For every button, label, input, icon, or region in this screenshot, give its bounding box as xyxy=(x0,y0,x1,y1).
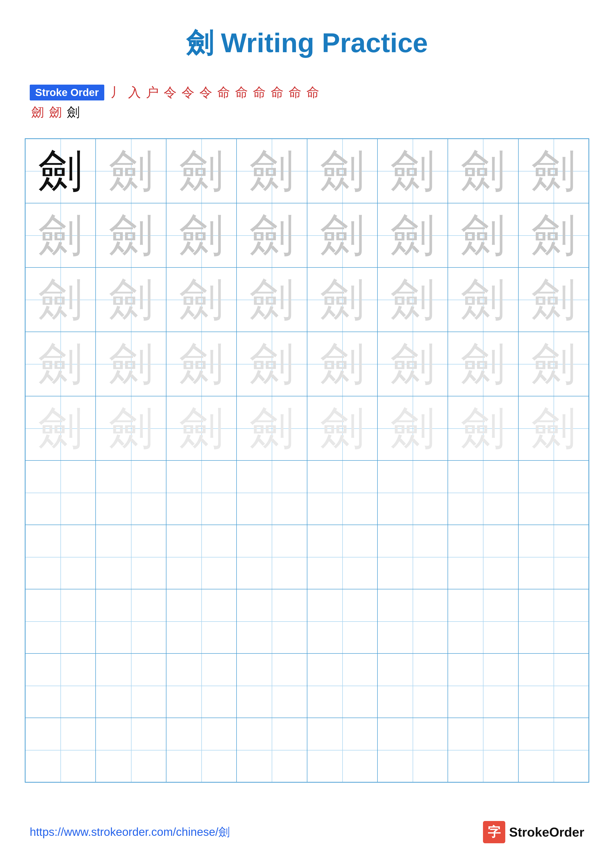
grid-cell-empty[interactable] xyxy=(96,589,166,654)
grid-cell[interactable]: 劍 xyxy=(518,332,589,396)
grid-cell-empty[interactable] xyxy=(378,460,448,525)
grid-cell-empty[interactable] xyxy=(166,460,236,525)
grid-cell[interactable]: 劍 xyxy=(96,268,166,332)
grid-cell[interactable]: 劍 xyxy=(378,332,448,396)
grid-cell-empty[interactable] xyxy=(166,589,236,654)
grid-cell[interactable]: 劍 xyxy=(25,396,96,460)
grid-cell[interactable]: 劍 xyxy=(236,332,307,396)
grid-cell[interactable]: 劍 xyxy=(236,203,307,268)
grid-cell[interactable]: 劍 xyxy=(166,332,236,396)
grid-cell[interactable]: 劍 xyxy=(307,268,378,332)
grid-cell-empty[interactable] xyxy=(448,589,518,654)
grid-cell-empty[interactable] xyxy=(307,460,378,525)
grid-cell-empty[interactable] xyxy=(25,525,96,589)
grid-cell[interactable]: 劍 xyxy=(236,268,307,332)
grid-cell-empty[interactable] xyxy=(96,525,166,589)
grid-cell-empty[interactable] xyxy=(518,460,589,525)
grid-cell[interactable]: 劍 xyxy=(448,268,518,332)
grid-cell[interactable]: 劍 xyxy=(518,396,589,460)
grid-cell[interactable]: 劍 xyxy=(166,203,236,268)
grid-cell-empty[interactable] xyxy=(96,654,166,718)
grid-cell[interactable]: 劍 xyxy=(166,139,236,203)
grid-cell-empty[interactable] xyxy=(25,589,96,654)
grid-cell[interactable]: 劍 xyxy=(307,139,378,203)
grid-cell[interactable]: 劍 xyxy=(25,332,96,396)
stroke-order-badge: Stroke Order xyxy=(30,85,104,101)
grid-cell-empty[interactable] xyxy=(378,654,448,718)
grid-cell[interactable]: 劍 xyxy=(378,396,448,460)
grid-cell[interactable]: 劍 xyxy=(25,139,96,203)
grid-cell-empty[interactable] xyxy=(448,654,518,718)
grid-cell[interactable]: 劍 xyxy=(25,203,96,268)
practice-grid: 劍 劍 劍 劍 劍 劍 劍 劍 劍 劍 劍 劍 劍 劍 劍 劍 劍 劍 劍 劍 … xyxy=(25,138,589,783)
grid-cell[interactable]: 劍 xyxy=(166,268,236,332)
grid-cell-empty[interactable] xyxy=(166,654,236,718)
grid-cell[interactable]: 劍 xyxy=(96,396,166,460)
grid-cell-empty[interactable] xyxy=(166,718,236,782)
grid-cell-empty[interactable] xyxy=(448,718,518,782)
grid-cell-empty[interactable] xyxy=(166,525,236,589)
grid-cell-empty[interactable] xyxy=(378,718,448,782)
grid-cell[interactable]: 劍 xyxy=(448,203,518,268)
grid-cell[interactable]: 劍 xyxy=(236,396,307,460)
grid-cell[interactable]: 劍 xyxy=(378,203,448,268)
grid-cell-empty[interactable] xyxy=(518,589,589,654)
grid-cell-empty[interactable] xyxy=(236,654,307,718)
grid-cell[interactable]: 劍 xyxy=(378,268,448,332)
grid-cell-empty[interactable] xyxy=(25,460,96,525)
grid-cell-empty[interactable] xyxy=(96,460,166,525)
footer-logo-text: StrokeOrder xyxy=(509,825,584,840)
footer-logo: 字 StrokeOrder xyxy=(483,821,584,843)
stroke-order-section: Stroke Order 丿 入 户 令 令 令 命 命 命 命 命 命 劒 劒… xyxy=(0,76,614,131)
grid-cell[interactable]: 劍 xyxy=(448,396,518,460)
grid-cell[interactable]: 劍 xyxy=(96,139,166,203)
grid-cell-empty[interactable] xyxy=(236,525,307,589)
grid-cell[interactable]: 劍 xyxy=(448,332,518,396)
grid-cell[interactable]: 劍 xyxy=(307,332,378,396)
grid-cell[interactable]: 劍 xyxy=(518,268,589,332)
grid-cell-empty[interactable] xyxy=(96,718,166,782)
grid-cell-empty[interactable] xyxy=(25,718,96,782)
grid-cell[interactable]: 劍 xyxy=(96,203,166,268)
page-title: 劍 Writing Practice xyxy=(0,0,614,76)
grid-cell[interactable]: 劍 xyxy=(307,203,378,268)
footer: https://www.strokeorder.com/chinese/劍 字 … xyxy=(0,821,614,843)
grid-cell-empty[interactable] xyxy=(236,460,307,525)
grid-cell-empty[interactable] xyxy=(378,525,448,589)
grid-cell[interactable]: 劍 xyxy=(518,139,589,203)
grid-cell-empty[interactable] xyxy=(236,718,307,782)
footer-logo-icon: 字 xyxy=(483,821,505,843)
grid-cell-empty[interactable] xyxy=(25,654,96,718)
grid-cell[interactable]: 劍 xyxy=(96,332,166,396)
grid-cell[interactable]: 劍 xyxy=(307,396,378,460)
grid-cell-empty[interactable] xyxy=(307,525,378,589)
grid-cell-empty[interactable] xyxy=(518,718,589,782)
grid-cell-empty[interactable] xyxy=(518,525,589,589)
footer-url[interactable]: https://www.strokeorder.com/chinese/劍 xyxy=(30,825,230,840)
grid-cell[interactable]: 劍 xyxy=(25,268,96,332)
grid-cell[interactable]: 劍 xyxy=(378,139,448,203)
grid-cell-empty[interactable] xyxy=(448,460,518,525)
grid-cell-empty[interactable] xyxy=(378,589,448,654)
grid-cell[interactable]: 劍 xyxy=(166,396,236,460)
grid-cell-empty[interactable] xyxy=(518,654,589,718)
grid-cell-empty[interactable] xyxy=(307,589,378,654)
grid-cell-empty[interactable] xyxy=(307,654,378,718)
practice-grid-container: 劍 劍 劍 劍 劍 劍 劍 劍 劍 劍 劍 劍 劍 劍 劍 劍 劍 劍 劍 劍 … xyxy=(0,138,614,783)
grid-cell[interactable]: 劍 xyxy=(448,139,518,203)
grid-cell[interactable]: 劍 xyxy=(236,139,307,203)
grid-cell-empty[interactable] xyxy=(236,589,307,654)
grid-cell-empty[interactable] xyxy=(307,718,378,782)
grid-cell-empty[interactable] xyxy=(448,525,518,589)
grid-cell[interactable]: 劍 xyxy=(518,203,589,268)
